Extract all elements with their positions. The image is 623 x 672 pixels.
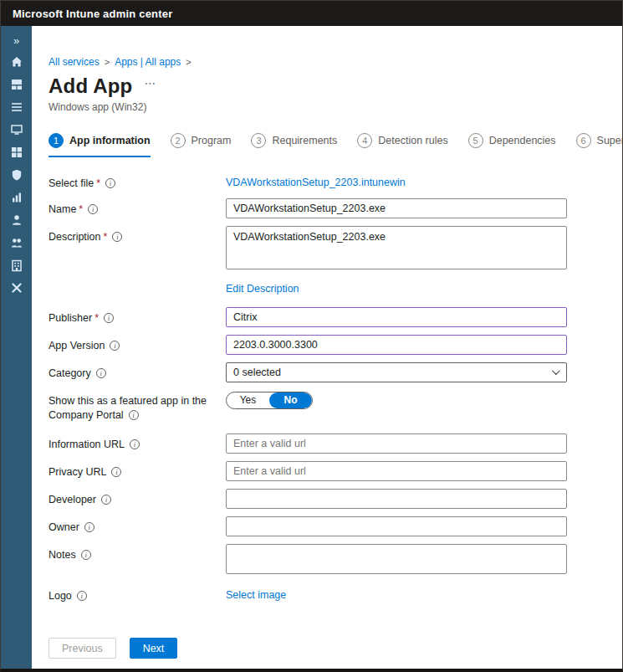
sidebar-item-users[interactable] xyxy=(1,208,32,231)
step-app-information[interactable]: 1 App information xyxy=(49,133,151,157)
info-icon[interactable]: i xyxy=(104,313,114,323)
app-title[interactable]: Microsoft Intune admin center xyxy=(13,8,172,20)
step-number-badge: 5 xyxy=(468,133,483,148)
previous-button[interactable]: Previous xyxy=(49,638,116,659)
sidebar-item-troubleshooting-support[interactable] xyxy=(1,276,32,299)
selected-file-link[interactable]: VDAWorkstationSetup_2203.intunewin xyxy=(226,172,406,188)
step-number-badge: 2 xyxy=(171,133,186,148)
spacer xyxy=(49,280,226,285)
page-title: Add App xyxy=(49,74,132,98)
name-row: Name*i xyxy=(49,198,622,218)
featured-toggle-yes[interactable]: Yes xyxy=(227,392,269,408)
information-url-row: Information URLi xyxy=(49,433,622,454)
field-label-text: Category xyxy=(49,367,91,379)
select-image-link[interactable]: Select image xyxy=(226,585,286,601)
field-label-text: Information URL xyxy=(49,439,125,450)
description-textarea[interactable]: VDAWorkstationSetup_2203.exe xyxy=(226,226,567,269)
step-label: Requirements xyxy=(272,135,337,146)
sidebar-item-endpoint-security[interactable] xyxy=(1,163,32,186)
breadcrumb: All services > Apps | All apps > xyxy=(49,56,622,68)
sidebar-item-reports[interactable] xyxy=(1,186,32,208)
step-label: Dependencies xyxy=(489,135,556,146)
notes-row: Notesi xyxy=(49,544,622,577)
info-icon[interactable]: i xyxy=(96,368,106,378)
breadcrumb-apps-all-apps[interactable]: Apps | All apps xyxy=(115,56,181,68)
select-file-label: Select file*i xyxy=(49,172,226,191)
sidebar-item-all-services[interactable] xyxy=(1,95,32,118)
chevron-down-icon xyxy=(552,367,560,376)
info-icon[interactable]: i xyxy=(81,550,91,560)
edit-description-link[interactable]: Edit Description xyxy=(226,283,299,295)
select-file-row: Select file*i VDAWorkstationSetup_2203.i… xyxy=(49,172,622,191)
sidebar-item-home[interactable] xyxy=(1,50,32,73)
sidebar-item-devices[interactable] xyxy=(1,118,32,141)
step-label: Program xyxy=(191,135,232,146)
required-marker: * xyxy=(79,203,83,215)
developer-row: Developeri xyxy=(49,489,622,509)
name-input[interactable] xyxy=(226,198,567,218)
step-detection-rules[interactable]: 4 Detection rules xyxy=(357,133,447,157)
step-program[interactable]: 2 Program xyxy=(171,133,232,157)
step-label: App information xyxy=(69,135,151,146)
info-icon[interactable]: i xyxy=(129,410,139,420)
more-options-icon[interactable]: ⋯ xyxy=(144,74,156,90)
step-dependencies[interactable]: 5 Dependencies xyxy=(468,133,556,157)
info-icon[interactable]: i xyxy=(84,522,94,532)
shield-icon xyxy=(10,168,23,182)
sidebar-item-tenant-administration[interactable] xyxy=(1,254,32,276)
step-label: Supersedence xyxy=(597,135,622,146)
publisher-label: Publisher*i xyxy=(49,307,226,326)
step-number-badge: 1 xyxy=(49,133,64,148)
owner-label: Owneri xyxy=(49,516,226,535)
sidebar-item-groups[interactable] xyxy=(1,231,32,254)
owner-row: Owneri xyxy=(49,516,622,536)
field-label-text: Description xyxy=(49,231,101,243)
field-label-text: App Version xyxy=(49,340,105,351)
app-version-label: App Versioni xyxy=(49,335,226,353)
app-window: Microsoft Intune admin center » xyxy=(0,0,623,672)
field-label-text: Logo xyxy=(49,590,72,602)
breadcrumb-all-services[interactable]: All services xyxy=(49,56,100,68)
field-label-text: Notes xyxy=(49,549,76,561)
info-icon[interactable]: i xyxy=(112,232,122,242)
info-icon[interactable]: i xyxy=(77,591,87,601)
left-nav-sidebar: » xyxy=(1,26,32,669)
list-icon xyxy=(10,100,23,114)
info-icon[interactable]: i xyxy=(101,495,111,505)
featured-toggle[interactable]: Yes No xyxy=(226,392,313,409)
privacy-url-row: Privacy URLi xyxy=(49,461,622,481)
notes-textarea[interactable] xyxy=(226,544,567,574)
bar-chart-icon xyxy=(10,191,23,204)
field-label-text: Select file xyxy=(49,177,94,189)
info-icon[interactable]: i xyxy=(111,467,121,477)
sidebar-item-dashboard[interactable] xyxy=(1,73,32,95)
info-icon[interactable]: i xyxy=(130,439,140,449)
featured-toggle-no[interactable]: No xyxy=(269,392,312,408)
step-supersedence[interactable]: 6 Supersedence xyxy=(576,133,622,157)
step-requirements[interactable]: 3 Requirements xyxy=(251,133,337,157)
sidebar-expand-button[interactable]: » xyxy=(1,30,32,50)
info-icon[interactable]: i xyxy=(105,178,115,188)
person-icon xyxy=(10,213,23,227)
publisher-input[interactable] xyxy=(226,307,567,327)
required-marker: * xyxy=(94,312,99,324)
field-label-text: Privacy URL xyxy=(49,466,106,478)
notes-label: Notesi xyxy=(49,544,226,562)
owner-input[interactable] xyxy=(226,516,567,536)
privacy-url-input[interactable] xyxy=(226,461,567,481)
featured-app-row: Show this as a featured app in the Compa… xyxy=(49,390,622,423)
main-content: All services > Apps | All apps > Add App… xyxy=(32,26,622,669)
info-icon[interactable]: i xyxy=(88,204,98,214)
featured-app-label: Show this as a featured app in the Compa… xyxy=(49,390,226,423)
developer-input[interactable] xyxy=(226,489,567,509)
breadcrumb-separator: > xyxy=(186,57,191,67)
info-icon[interactable]: i xyxy=(110,341,120,351)
wizard-steps: 1 App information 2 Program 3 Requiremen… xyxy=(49,133,622,157)
information-url-input[interactable] xyxy=(226,433,567,454)
category-dropdown[interactable]: 0 selected xyxy=(226,362,567,382)
next-button[interactable]: Next xyxy=(130,638,178,659)
category-selected-value: 0 selected xyxy=(233,367,281,378)
app-information-form: Select file*i VDAWorkstationSetup_2203.i… xyxy=(49,172,622,603)
app-version-input[interactable] xyxy=(226,335,567,355)
sidebar-item-apps[interactable] xyxy=(1,141,32,163)
